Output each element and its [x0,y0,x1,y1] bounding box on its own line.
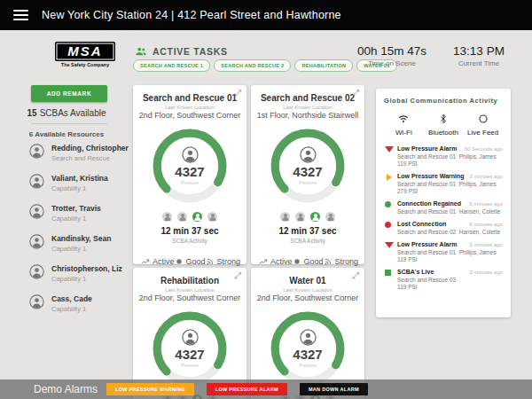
feed-item-detail: Search and Rescue 01 Philips, James [397,181,503,187]
expand-icon[interactable]: ⤢ [352,88,359,98]
person-name: Redding, Christopher [51,144,129,153]
feed-item-title: Low Pressure Alarm [397,241,457,247]
app-root: New York City Station 24 | 412 Pearl Str… [0,0,532,399]
feed-item-header: Connection Regained 5 minutes ago [397,200,503,207]
resource-list-item[interactable]: Valiant, Kristina Capability 1 [29,174,131,192]
add-remark-button[interactable]: ADD REMARK [31,85,107,102]
card-title: Search and Rescue 02 [251,93,364,103]
feed-item-icon [387,174,392,181]
scba-activity-time: 12 min 37 sec [133,226,246,236]
feed-item: Low Pressure Alarm 60 Seconds ago Search… [384,145,503,167]
person-text: Redding, Christopher Search and Rescue [51,144,129,162]
feed-item-list: Low Pressure Alarm 60 Seconds ago Search… [384,145,503,290]
team-member-status-icon [310,212,320,222]
feed-tab[interactable]: Live Feed [463,112,503,137]
stat-value: Good [304,257,324,266]
gauge-center: 4327 Pressure [149,308,231,389]
feed-item-icon [385,270,391,276]
feed-tab-label: Wi-Fi [384,129,424,137]
pressure-gauge: 4327 Pressure [149,308,231,389]
expand-icon[interactable]: ⤢ [234,88,241,98]
card-location: 1st Floor, Northside Stairwell [251,111,364,120]
feed-item-psi: 119 PSI [397,256,503,262]
team-member-status-icon [295,212,305,222]
demo-alarm-button[interactable]: MAN DOWN ALARM [300,383,368,395]
card-title: Rehabilitation [133,276,246,286]
feed-tab-label: Live Feed [463,129,503,137]
scba-count: 15 [27,108,37,118]
menu-icon[interactable] [13,7,28,23]
feed-item-time: 3 minutes ago [469,174,503,179]
team-member-status-row [251,212,364,222]
person-name: Christopherson, Liz [51,264,122,273]
last-known-location-label: Last Known Location [251,105,364,110]
feed-tab[interactable]: Wi-Fi [384,112,424,137]
resource-list-item[interactable]: Redding, Christopher Search and Rescue [29,144,131,162]
msa-logo-text: MSA [55,42,115,61]
person-name: Cass, Cade [51,294,92,303]
feed-item: Low Pressure Alarm 3 minutes ago Search … [384,241,503,262]
task-chip[interactable]: SEARCH AND RESCUE 1 [133,59,210,72]
resource-list-item[interactable]: Trotter, Travis Capability 1 [29,204,131,223]
resource-list-item[interactable]: Christopherson, Liz Capability 1 [29,264,131,283]
pressure-value: 4327 [175,347,204,362]
global-activity-panel: Global Communication Activity [376,89,511,317]
stat-value: Strong [335,257,359,266]
pressure-value: 4327 [293,164,322,179]
person-avatar-icon [29,174,44,189]
feed-item-icon [385,222,391,228]
feed-tabs: Wi-Fi [384,112,503,137]
active-tasks-title: ACTIVE TASKS [153,46,228,57]
available-resources-label: 6 Available Resources [0,130,133,138]
feed-item-time: 3 minutes ago [469,270,503,275]
station-title: New York City Station 24 | 412 Pearl Str… [42,9,341,21]
team-member-status-row [133,212,246,222]
task-chip[interactable]: SEARCH AND RESCUE 2 [214,59,291,72]
scba-available: 15SCBAs Available [0,108,133,118]
resource-list-item[interactable]: Kandinsky, Sean Capability 1 [29,234,131,253]
demo-alarm-button[interactable]: LOW PRESSURE ALARM [207,383,287,395]
gauge-center: 4327 Pressure [267,308,348,389]
current-time-value: 13:13 PM [438,44,520,58]
person-avatar-icon [29,204,44,219]
feed-item-time: 5 minutes ago [469,201,503,207]
pressure-gauge: 4327 Pressure [267,125,348,207]
expand-icon[interactable]: ⤢ [352,270,359,281]
person-name: Trotter, Travis [51,204,101,213]
person-name: Kandinsky, Sean [51,234,111,243]
bluetooth-icon [438,113,449,124]
pressure-gauge: 4327 Pressure [149,125,231,207]
pressure-unit-label: Pressure [181,363,199,368]
connection-icon [324,257,332,266]
scba-available-label: SCBAs Available [40,108,106,118]
pressure-value: 4327 [175,164,204,179]
gauge-avatar-icon [300,329,317,346]
gauge-center: 4327 Pressure [267,125,348,207]
resource-list-item[interactable]: Cass, Cade Capability 1 [29,294,131,313]
feed-tab-label: Bluetooth [424,129,464,137]
live-feed-icon [478,113,489,124]
air-quality-icon [175,257,184,266]
feed-item-header: SCBA's Live 3 minutes ago [397,269,503,275]
feed-item: SCBA's Live 3 minutes ago Search and Res… [384,269,503,290]
person-role: Search and Rescue [51,154,129,162]
movement-icon [141,257,150,266]
task-card[interactable]: ⤢ Search and Rescue 02 Last Known Locati… [251,85,364,264]
time-on-scene: 00h 15m 47s Time on Scene [340,44,444,67]
feed-tab[interactable]: Bluetooth [424,112,464,137]
demo-alarm-button[interactable]: LOW PRESSURE WARNING [106,383,194,395]
time-on-scene-value: 00h 15m 47s [340,44,444,58]
team-member-status-icon [162,212,172,222]
expand-icon[interactable]: ⤢ [234,270,241,281]
task-card[interactable]: ⤢ Search and Rescue 01 Last Known Locati… [133,85,246,264]
people-icon [135,45,147,58]
feed-tab-icon [478,112,489,127]
person-text: Valiant, Kristina Capability 1 [51,174,108,192]
card-location: 2nd Floor, Southwest Corner [133,293,246,302]
person-avatar-icon [29,234,44,249]
feed-item-psi: 119 PSI [397,284,503,290]
team-member-status-icon [177,212,187,222]
gauge-avatar-icon [300,146,317,163]
team-member-status-icon [325,212,335,222]
feed-item: Connection Regained 5 minutes ago Search… [384,200,503,215]
